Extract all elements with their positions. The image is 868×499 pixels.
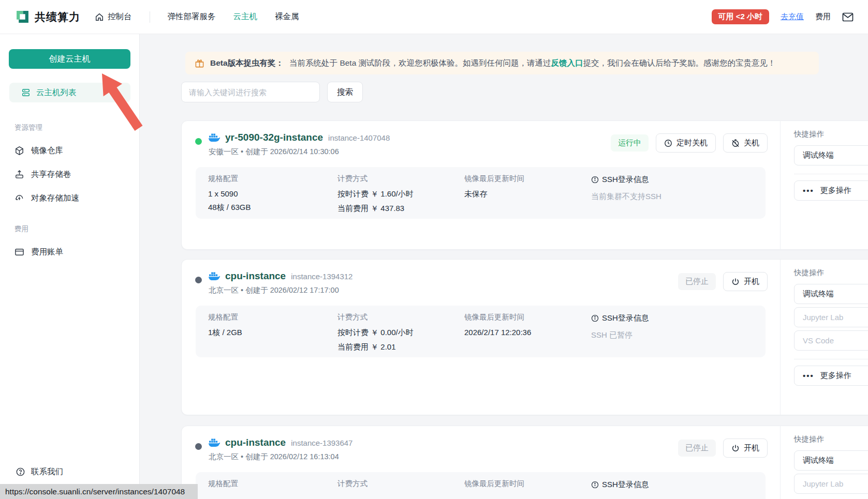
nav-item-elastic-deploy[interactable]: 弹性部署服务 <box>168 11 216 22</box>
sidebar-item-contact[interactable]: 联系我们 <box>16 466 63 477</box>
instance-details: 规格配置 计费方式 镜像最后更新时间 <box>196 472 766 499</box>
spec-value: 1核 / 2GB <box>208 328 337 338</box>
billing-label: 计费方式 <box>337 479 464 489</box>
button-label: 开机 <box>744 443 759 453</box>
top-navbar: 共绩算力 控制台 弹性部署服务 云主机 裸金属 可用 <2 小时 去充值 费用 <box>0 0 868 34</box>
quick-actions-label: 快捷操作 <box>794 268 868 278</box>
instance-meta: 北京一区 • 创建于 2026/02/12 16:13:04 <box>209 452 352 462</box>
nav-item-console[interactable]: 控制台 <box>95 11 132 22</box>
sidebar-item-host-list[interactable]: 云主机列表 <box>9 83 130 102</box>
ssh-column: SSH登录信息 当前集群不支持SSH <box>591 174 766 219</box>
feedback-link[interactable]: 反馈入口 <box>551 58 583 67</box>
button-label: 定时关机 <box>676 138 708 148</box>
cloud-bolt-icon <box>14 193 24 203</box>
spec-label: 规格配置 <box>208 312 337 322</box>
billing-label: 计费方式 <box>337 174 464 184</box>
image-update-label: 镜像最后更新时间 <box>464 479 591 489</box>
billing-current: 当前费用 ￥ 2.01 <box>337 342 464 352</box>
debug-terminal-button[interactable]: 调试终端 <box>794 145 868 165</box>
sidebar-item-object-storage[interactable]: 对象存储加速 <box>0 193 139 204</box>
billing-column: 计费方式 <box>337 479 464 499</box>
quick-actions-label: 快捷操作 <box>794 434 868 444</box>
nav-item-label: 弹性部署服务 <box>168 11 216 22</box>
instance-details: 规格配置 1 x 5090 48核 / 63GB 计费方式 按时计费 ￥ 1.6… <box>196 167 766 219</box>
billing-link[interactable]: 费用 <box>815 12 831 22</box>
instance-card: cpu-instance instance-1394312 北京一区 • 创建于… <box>181 259 868 415</box>
status-badge: 运行中 <box>611 134 649 152</box>
instance-name[interactable]: yr-5090-32g-instance <box>225 132 323 143</box>
ssh-info-title: SSH登录信息 <box>591 313 766 323</box>
instance-card: yr-5090-32g-instance instance-1407048 安徽… <box>181 120 868 250</box>
create-host-button[interactable]: 创建云主机 <box>9 49 130 69</box>
ssh-info-label: SSH登录信息 <box>602 480 649 490</box>
jupyter-lab-button[interactable]: Jupyter Lab <box>794 474 868 494</box>
quick-actions-rail: 快捷操作 调试终端 Jupyter Lab VS Code ••• 更多操作 <box>780 260 868 415</box>
link-preview-statusbar: https://console.suanli.cn/server/instanc… <box>0 484 198 499</box>
status-dot-running <box>195 138 202 145</box>
instance-header: cpu-instance instance-1394312 北京一区 • 创建于… <box>182 260 780 295</box>
vs-code-button[interactable]: VS Code <box>794 330 868 351</box>
instance-details: 规格配置 1核 / 2GB 计费方式 按时计费 ￥ 0.00/小时 当前费用 ￥… <box>196 306 766 357</box>
nav-item-bare-metal[interactable]: 裸金属 <box>275 11 299 22</box>
mail-icon[interactable] <box>842 12 854 22</box>
banner-text: 当前系统处于 Beta 测试阶段，欢迎您积极体验。如遇到任何问题，请通过反馈入口… <box>289 58 776 69</box>
sidebar: 创建云主机 云主机列表 资源管理 镜像仓库 <box>0 34 140 499</box>
ssh-info-title: SSH登录信息 <box>591 175 766 185</box>
sidebar-item-shared-volume[interactable]: 共享存储卷 <box>0 169 139 180</box>
sidebar-item-billing[interactable]: 费用账单 <box>0 247 139 258</box>
debug-terminal-button[interactable]: 调试终端 <box>794 450 868 471</box>
sidebar-item-label: 对象存储加速 <box>31 193 79 204</box>
jupyter-lab-button[interactable]: Jupyter Lab <box>794 307 868 327</box>
more-actions-button[interactable]: ••• 更多操作 <box>794 366 868 386</box>
primary-nav: 控制台 弹性部署服务 云主机 裸金属 <box>95 11 299 23</box>
quick-actions-rail: 快捷操作 调试终端 Jupyter Lab <box>780 426 868 499</box>
search-button[interactable]: 搜索 <box>327 82 363 102</box>
image-update-label: 镜像最后更新时间 <box>464 174 591 184</box>
spec-label: 规格配置 <box>208 479 337 489</box>
instance-name[interactable]: cpu-instance <box>225 437 286 448</box>
instance-header: yr-5090-32g-instance instance-1407048 安徽… <box>182 121 780 157</box>
nav-item-cloud-host[interactable]: 云主机 <box>233 11 258 22</box>
ssh-info-label: SSH登录信息 <box>602 313 649 323</box>
instance-meta: 北京一区 • 创建于 2026/02/12 17:17:00 <box>209 285 352 295</box>
brand-logo[interactable]: 共绩算力 <box>16 10 80 24</box>
image-update-label: 镜像最后更新时间 <box>464 312 591 322</box>
recharge-link[interactable]: 去充值 <box>781 12 804 22</box>
status-badge: 已停止 <box>678 440 716 457</box>
image-update-value: 未保存 <box>464 189 591 199</box>
rail-divider <box>794 359 868 359</box>
sidebar-item-image-repo[interactable]: 镜像仓库 <box>0 145 139 156</box>
billing-label: 计费方式 <box>337 312 464 322</box>
spec-value: 48核 / 63GB <box>208 203 337 213</box>
docker-icon <box>209 272 220 281</box>
sidebar-section-billing: 费用 <box>14 224 139 234</box>
home-icon <box>95 12 104 22</box>
navbar-right: 可用 <2 小时 去充值 费用 <box>712 9 854 24</box>
billing-rate: 按时计费 ￥ 1.60/小时 <box>337 189 464 199</box>
logo-icon <box>16 10 30 24</box>
billing-current: 当前费用 ￥ 437.83 <box>337 204 464 214</box>
instance-name[interactable]: cpu-instance <box>225 270 286 282</box>
balance-badge[interactable]: 可用 <2 小时 <box>712 9 769 24</box>
nav-item-label: 云主机 <box>233 11 258 22</box>
ssh-column: SSH登录信息 <box>591 479 766 499</box>
power-on-button[interactable]: 开机 <box>723 438 768 458</box>
debug-terminal-button[interactable]: 调试终端 <box>794 284 868 304</box>
more-actions-button[interactable]: ••• 更多操作 <box>794 180 868 201</box>
power-on-button[interactable]: 开机 <box>723 272 768 291</box>
banner-title: Beta版本捉虫有奖： <box>210 58 284 69</box>
search-row: 搜索 <box>181 82 868 102</box>
scheduled-shutdown-button[interactable]: 定时关机 <box>656 133 716 153</box>
sidebar-item-label: 云主机列表 <box>36 87 77 98</box>
shutdown-button[interactable]: 关机 <box>723 133 768 153</box>
spec-value: 1 x 5090 <box>208 189 337 198</box>
instance-card-main: cpu-instance instance-1393647 北京一区 • 创建于… <box>182 426 780 499</box>
nav-item-label: 控制台 <box>108 11 132 22</box>
image-update-column: 镜像最后更新时间 2026/2/17 12:20:36 <box>464 312 591 357</box>
instance-header: cpu-instance instance-1393647 北京一区 • 创建于… <box>182 426 780 462</box>
credit-card-icon <box>14 247 24 257</box>
search-input[interactable] <box>181 82 320 102</box>
nav-divider <box>150 11 150 23</box>
billing-column: 计费方式 按时计费 ￥ 0.00/小时 当前费用 ￥ 2.01 <box>337 312 464 357</box>
gift-icon <box>195 58 204 68</box>
